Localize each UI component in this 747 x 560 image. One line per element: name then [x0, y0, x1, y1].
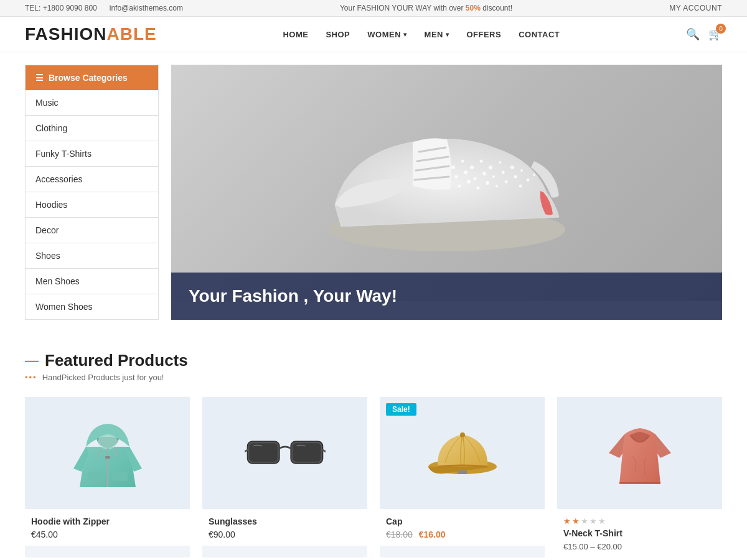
nav-women[interactable]: WOMEN ▾	[367, 30, 406, 39]
sidebar-item-music[interactable]: Music	[26, 90, 158, 116]
hero-tagline: Your Fashion , Your Way!	[189, 286, 705, 306]
product-rating: ★ ★ ★ ★ ★	[563, 516, 716, 526]
svg-point-8	[479, 160, 482, 163]
product-name: Sunglasses	[209, 516, 361, 526]
svg-point-27	[533, 174, 535, 176]
svg-point-22	[504, 180, 507, 184]
featured-subtitle: ••• HandPicked Products just for you!	[25, 373, 722, 382]
svg-point-11	[454, 175, 458, 179]
product-name: V-Neck T-Shirt	[563, 528, 716, 538]
main-content: ☰ Browse Categories Music Clothing Funky…	[0, 52, 747, 332]
hoodie-illustration	[70, 413, 145, 493]
product-price: €90.00	[209, 530, 361, 539]
sidebar-item-accessories[interactable]: Accessories	[26, 167, 158, 192]
nav-contact[interactable]: CONTACT	[519, 30, 560, 39]
product-card-cap[interactable]: Sale!	[380, 397, 545, 558]
nav-shop[interactable]: SHOP	[326, 30, 350, 39]
svg-rect-33	[112, 472, 128, 481]
svg-rect-32	[88, 472, 103, 481]
promo-text: Your FASHION YOUR WAY with over 50% disc…	[340, 4, 512, 12]
sunglasses-illustration	[245, 428, 326, 478]
dots-icon: •••	[25, 373, 37, 382]
product-info-sunglasses: Sunglasses €90.00	[202, 509, 367, 546]
sidebar-item-clothing[interactable]: Clothing	[26, 116, 158, 141]
svg-point-14	[482, 172, 486, 175]
nav-men[interactable]: MEN ▾	[425, 30, 449, 39]
hero-banner: Your Fashion , Your Way!	[171, 65, 722, 320]
cart-badge: 0	[716, 24, 726, 34]
product-card-sunglasses[interactable]: Sunglasses €90.00	[202, 397, 367, 558]
product-price: €15.00 – €20.00	[563, 541, 716, 551]
sidebar-header: ☰ Browse Categories	[26, 65, 158, 90]
logo[interactable]: FASHIONABLE	[25, 24, 157, 44]
sale-badge: Sale!	[386, 403, 416, 416]
nav-home[interactable]: HOME	[283, 30, 308, 39]
chevron-down-icon: ▾	[446, 31, 449, 38]
svg-point-6	[461, 160, 464, 163]
cart-icon[interactable]: 🛒 0	[708, 27, 722, 41]
featured-section: — Featured Products ••• HandPicked Produ…	[0, 332, 747, 560]
svg-point-18	[467, 180, 471, 184]
original-price: €18.00	[386, 530, 413, 539]
product-image-tshirt	[557, 397, 722, 509]
svg-point-23	[514, 175, 517, 179]
nav-icons: 🔍 🛒 0	[686, 27, 722, 41]
sidebar-title: Browse Categories	[49, 73, 128, 83]
svg-point-17	[458, 185, 461, 188]
svg-point-13	[473, 177, 476, 180]
hero-overlay: Your Fashion , Your Way!	[171, 273, 722, 320]
star-4: ★	[590, 516, 597, 526]
sidebar-item-funky-tshirts[interactable]: Funky T-Shirts	[26, 141, 158, 167]
sidebar-item-shoes[interactable]: Shoes	[26, 243, 158, 269]
product-image-cap: Sale!	[380, 397, 545, 509]
product-price: €18.00 €16.00	[386, 530, 538, 539]
product-card-tshirt[interactable]: ★ ★ ★ ★ ★ V-Neck T-Shirt €15.00 – €20.00	[557, 397, 722, 558]
my-account-link[interactable]: MY ACCOUNT	[669, 4, 722, 12]
svg-point-12	[464, 170, 467, 174]
header: FASHIONABLE HOME SHOP WOMEN ▾ MEN ▾ OFFE…	[0, 17, 747, 52]
star-5: ★	[598, 516, 606, 526]
svg-rect-31	[105, 456, 110, 459]
search-icon[interactable]: 🔍	[686, 27, 700, 41]
price-range: €15.00 – €20.00	[563, 542, 622, 551]
svg-point-7	[470, 166, 474, 169]
email: info@akisthemes.com	[110, 4, 183, 12]
tshirt-illustration	[606, 416, 674, 490]
hero-shoe-illustration	[298, 80, 596, 267]
product-name: Hoodie with Zipper	[31, 516, 184, 526]
logo-able: ABLE	[106, 24, 156, 44]
svg-point-28	[519, 185, 522, 188]
svg-point-20	[486, 181, 489, 185]
products-grid: Hoodie with Zipper €45.00	[25, 397, 722, 558]
svg-point-5	[451, 166, 455, 169]
sale-price: €16.00	[419, 530, 446, 539]
featured-dash: —	[25, 353, 39, 369]
svg-rect-44	[458, 470, 467, 474]
featured-subtitle-text: HandPicked Products just for you!	[42, 373, 164, 382]
sidebar-item-hoodies[interactable]: Hoodies	[26, 192, 158, 218]
svg-point-16	[501, 171, 504, 174]
svg-point-29	[98, 434, 118, 449]
main-nav: HOME SHOP WOMEN ▾ MEN ▾ OFFERS CONTACT	[283, 30, 560, 39]
product-image-hoodie	[25, 397, 190, 509]
sidebar-item-men-shoes[interactable]: Men Shoes	[26, 269, 158, 294]
menu-icon: ☰	[35, 73, 44, 83]
product-card-hoodie[interactable]: Hoodie with Zipper €45.00	[25, 397, 190, 558]
featured-header: — Featured Products	[25, 351, 722, 370]
svg-point-21	[496, 185, 498, 187]
nav-offers[interactable]: OFFERS	[466, 30, 501, 39]
svg-point-43	[460, 432, 465, 437]
sidebar-item-women-shoes[interactable]: Women Shoes	[26, 294, 158, 319]
logo-fashion: FASHION	[25, 24, 106, 44]
product-image-sunglasses	[202, 397, 367, 509]
product-name: Cap	[386, 516, 538, 526]
top-bar-left: TEL: +1800 9090 800 info@akisthemes.com	[25, 4, 183, 12]
svg-point-19	[476, 187, 479, 190]
product-info-hoodie: Hoodie with Zipper €45.00	[25, 509, 190, 546]
star-2: ★	[572, 516, 580, 526]
chevron-down-icon: ▾	[403, 31, 407, 38]
sidebar-item-decor[interactable]: Decor	[26, 218, 158, 243]
top-bar: TEL: +1800 9090 800 info@akisthemes.com …	[0, 0, 747, 17]
phone: TEL: +1800 9090 800	[25, 4, 97, 12]
svg-point-26	[526, 179, 529, 182]
